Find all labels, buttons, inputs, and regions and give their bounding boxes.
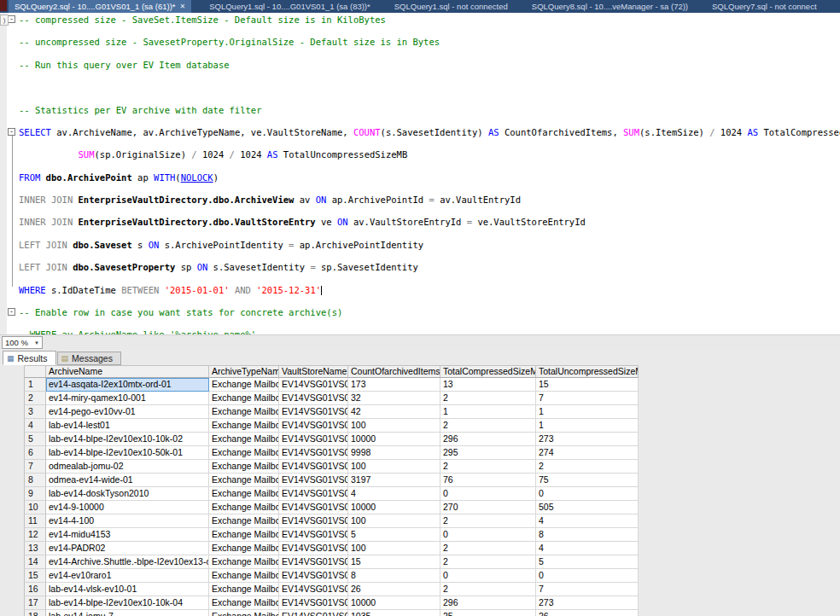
cell[interactable]: 296 [440,433,536,446]
cell[interactable]: EV14VSG01VS01 [279,487,348,501]
cell[interactable]: ev14-pego-ev10vv-01 [46,405,209,419]
code-line[interactable]: -- Statistics per EV archive with date f… [7,105,840,116]
cell[interactable]: 100 [348,460,440,474]
cell[interactable]: lab-ev14-blpe-I2ev10ex10-50k-01 [46,446,209,460]
cell[interactable]: lab-ev14-blpe-I2ev10ex10-10k-02 [46,433,209,446]
cell[interactable]: EV14VSG01VS01 [279,528,348,542]
close-tab-icon[interactable]: ✕ [180,0,186,13]
cell[interactable]: 2 [440,392,536,405]
cell[interactable]: EV14VSG01VS01 [279,405,348,419]
cell[interactable]: Exchange Mailbox [209,392,279,405]
cell[interactable]: EV14VSG01VS01 [279,542,348,555]
cell[interactable]: 2 [440,583,536,596]
code-line[interactable] [7,251,840,262]
cell[interactable]: ev14-miry-qamex10-001 [46,392,209,405]
row-number[interactable]: 6 [24,446,46,460]
column-header[interactable]: ArchiveName [46,365,209,378]
cell[interactable]: Exchange Mailbox [209,555,279,569]
cell[interactable]: odmea-ev14-wide-01 [46,474,209,487]
cell[interactable]: EV14VSG01VS01 [279,474,348,487]
row-number[interactable]: 18 [24,610,46,616]
code-line[interactable]: WHERE s.IdDateTime BETWEEN '2015-01-01' … [7,285,840,296]
cell[interactable]: ev14-Archive.Shuttle.-blpe-I2ev10ex13-or… [46,555,209,569]
cell[interactable]: odmealab-jomu-02 [46,460,209,474]
cell[interactable]: 1035 [348,610,440,616]
row-number[interactable]: 10 [24,501,46,514]
cell[interactable]: 5 [348,528,440,542]
cell[interactable]: 0 [440,528,536,542]
cell[interactable]: 1 [440,405,536,419]
tab-results[interactable]: ▦ Results [3,351,56,365]
cell[interactable]: 2 [440,419,536,433]
cell[interactable]: 100 [348,542,440,555]
cell[interactable]: 76 [440,474,536,487]
cell[interactable]: EV14VSG01VS01 [279,392,348,405]
cell[interactable]: 1 [536,405,639,419]
fold-collapse-icon[interactable]: - [8,308,15,316]
cell[interactable]: Exchange Mailbox [209,378,279,392]
cell[interactable]: EV14VSG01VS01 [279,433,348,446]
cell[interactable]: 42 [348,405,440,419]
cell[interactable]: Exchange Mailbox [209,433,279,446]
column-header[interactable]: CountOfarchivedItems [348,365,440,378]
cell[interactable]: 26 [536,610,639,616]
cell[interactable]: Exchange Mailbox [209,542,279,555]
cell[interactable]: Exchange Mailbox [209,446,279,460]
row-number[interactable]: 15 [24,569,46,583]
code-line[interactable] [7,116,840,127]
code-line[interactable]: -- Run this query over EV Item database [7,60,840,71]
cell[interactable]: 3197 [348,474,440,487]
document-tab[interactable]: SQLQuery8.sql - 10....veManager - sa (72… [526,0,694,13]
row-number[interactable]: 8 [24,474,46,487]
code-line[interactable]: SUM(sp.OriginalSize) / 1024 / 1024 AS To… [7,149,840,160]
row-number[interactable]: 5 [24,433,46,446]
cell[interactable]: 75 [536,474,639,487]
code-line[interactable]: --- compressed size - SaveSet.ItemSize -… [7,15,840,26]
cell[interactable]: lab-ev14-lest01 [46,419,209,433]
cell[interactable]: 2 [440,514,536,528]
cell[interactable]: 10000 [348,596,440,610]
code-line[interactable] [7,26,840,37]
cell[interactable]: 270 [440,501,536,514]
cell[interactable]: 32 [348,392,440,405]
code-line[interactable] [7,296,840,307]
cell[interactable]: 100 [348,514,440,528]
row-number[interactable]: 4 [24,419,46,433]
cell[interactable]: lab-ev14-vlsk-ev10-01 [46,583,209,596]
cell[interactable]: 273 [536,433,639,446]
cell[interactable]: 505 [536,501,639,514]
cell[interactable]: 295 [440,446,536,460]
code-line[interactable]: --- Enable row in case you want stats fo… [7,307,840,318]
cell[interactable]: Exchange Mailbox [209,419,279,433]
row-number[interactable]: 2 [24,392,46,405]
code-line[interactable] [7,82,840,93]
sql-editor[interactable]: --- compressed size - SaveSet.ItemSize -… [7,13,840,334]
cell[interactable]: EV14VSG01VS01 [279,555,348,569]
cell[interactable]: 0 [536,487,639,501]
cell[interactable]: 10000 [348,433,440,446]
cell[interactable]: EV14VSG01VS01 [279,446,348,460]
cell[interactable]: 4 [536,514,639,528]
code-line[interactable] [7,71,840,82]
cell[interactable]: 0 [440,487,536,501]
code-line[interactable] [7,273,840,284]
row-number[interactable]: 1 [24,378,46,392]
cell[interactable]: EV14VSG01VS01 [279,610,348,616]
cell[interactable]: ev14-ev10raro1 [46,569,209,583]
cell[interactable]: Exchange Mailbox [209,501,279,514]
code-line[interactable] [7,206,840,217]
cell[interactable]: ev14-9-10000 [46,501,209,514]
cell[interactable]: 4 [536,542,639,555]
code-line[interactable] [7,49,840,60]
cell[interactable]: 273 [536,596,639,610]
zoom-selector[interactable]: 100 % ▼ [2,336,43,349]
column-header[interactable]: VaultStoreName [279,365,348,378]
row-number[interactable]: 17 [24,596,46,610]
fold-collapse-icon[interactable]: - [8,128,15,136]
cell[interactable]: lab-ev14-blpe-I2ev10ex10-10k-04 [46,596,209,610]
cell[interactable]: Exchange Mailbox [209,528,279,542]
code-line[interactable]: -- uncompressed size - SavesetProperty.O… [7,37,840,48]
code-line[interactable] [7,229,840,240]
code-line[interactable] [7,183,840,195]
document-tab[interactable]: SQLQuery7.sql - not connect [706,0,823,13]
